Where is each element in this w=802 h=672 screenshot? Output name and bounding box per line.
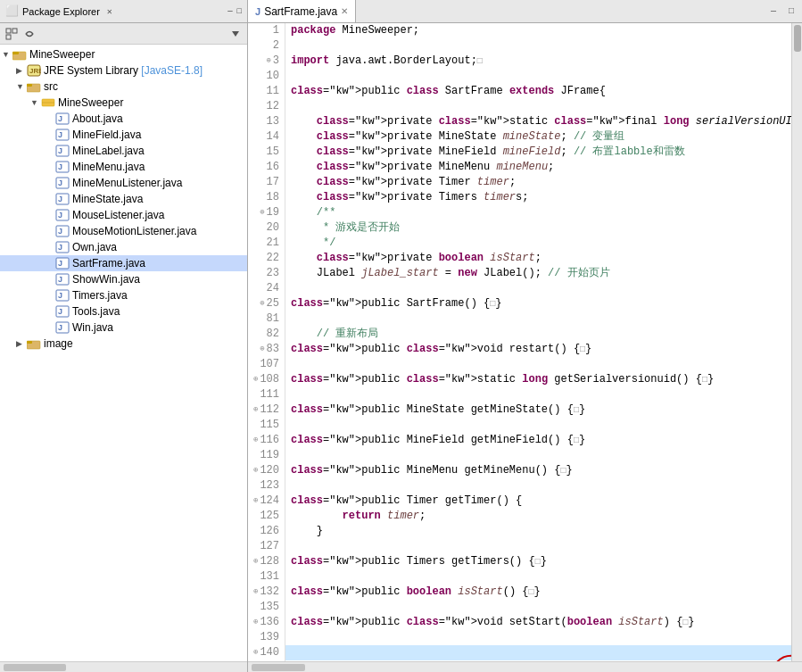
tree-item-minesweeper-pkg[interactable]: ▼MineSweeper [0,95,247,111]
code-text-115 [285,418,291,433]
editor-controls: — □ [766,0,802,22]
tree-arrow-image-folder[interactable]: ▶ [16,339,27,348]
java-icon-about-java: J [55,112,70,126]
fold-button-120[interactable]: ⊕ [253,463,258,478]
line-num-16: 16 [267,160,279,175]
fold-button-3[interactable]: ⊕ [266,54,270,69]
fold-button-140[interactable]: ⊕ [253,645,258,660]
panel-close-icon[interactable]: ✕ [107,6,112,17]
tree-label-jre-library: JRE System Library [JavaSE-1.8] [44,64,203,77]
tree-arrow-timers-java [45,291,55,300]
editor-minimize-button[interactable]: — [766,4,781,19]
code-row-15: 15 class="kw">private MineField mineFiel… [248,145,802,160]
tree-item-minemenu-java[interactable]: JMineMenu.java [0,159,247,175]
fold-button-132[interactable]: ⊕ [253,585,258,600]
fold-button-112[interactable]: ⊕ [253,402,258,418]
fold-button-19[interactable]: ⊕ [260,205,264,220]
tree-label-minemenuli-java: MineMenuListener.java [72,177,182,189]
left-horizontal-scrollbar-thumb[interactable] [4,664,66,671]
line-number-18: 18 [248,190,285,205]
svg-rect-9 [27,84,32,87]
line-number-126: 126 [248,524,285,539]
code-row-116: ⊕116class="kw">public MineField getMineF… [248,433,802,448]
tree-item-own-java[interactable]: JOwn.java [0,239,247,255]
minimize-button[interactable]: — [227,7,232,16]
view-menu-button[interactable] [227,26,244,42]
editor-maximize-button[interactable]: □ [784,4,798,19]
line-num-127: 127 [260,539,279,554]
svg-text:J: J [58,275,62,284]
code-row-115: 115 [248,418,802,433]
tab-close-button[interactable]: ✕ [341,6,348,16]
tree-item-showwin-java[interactable]: JShowWin.java [0,271,247,287]
code-text-81 [285,311,291,327]
editor-scroll-container[interactable]: 1package MineSweeper;2⊕3import java.awt.… [248,23,802,661]
line-num-108: 108 [260,372,279,387]
line-num-116: 116 [260,433,279,448]
editor-tab-sartframe[interactable]: J SartFrame.java ✕ [248,0,356,22]
code-text-83: class="kw">public class="kw">void restar… [285,342,591,357]
tree-item-win-java[interactable]: JWin.java [0,319,247,336]
java-icon-minemenu-java: J [55,160,70,174]
tree-item-mousemotionlistener-java[interactable]: JMouseMotionListener.java [0,223,247,239]
svg-text:JRE: JRE [29,67,41,75]
fold-button-128[interactable]: ⊕ [253,554,258,569]
tab-label: SartFrame.java [264,5,337,18]
code-text-141: new SartFrame(); [285,660,445,661]
line-number-10: 10 [248,69,285,84]
code-row-19: ⊕19 /** [248,205,802,220]
code-text-2 [285,38,291,54]
code-row-83: ⊕83class="kw">public class="kw">void res… [248,342,802,357]
code-row-1: 1package MineSweeper; [248,23,802,38]
scrollbar-thumb[interactable] [794,25,801,52]
tree-item-minemenuli-java[interactable]: JMineMenuListener.java [0,175,247,191]
tree-label-minestate-java: MineState.java [72,193,143,205]
tree-arrow-minesweeper-project[interactable]: ▼ [2,50,12,59]
svg-rect-2 [6,35,11,39]
tree-item-minesweeper-project[interactable]: ▼MineSweeper [0,46,247,62]
tree-item-minefield-java[interactable]: JMineField.java [0,127,247,143]
line-num-115: 115 [260,418,279,433]
tree-item-minelabel-java[interactable]: JMineLabel.java [0,143,247,159]
code-text-111 [285,387,291,402]
java-icon-win-java: J [55,320,70,335]
left-scrollbar[interactable] [0,661,247,672]
code-text-14: class="kw">private MineState mineState; … [285,129,624,145]
java-icon-minefield-java: J [55,128,70,142]
fold-button-108[interactable]: ⊕ [253,372,258,387]
tree-item-timers-java[interactable]: JTimers.java [0,287,247,303]
tree-item-mouselistener-java[interactable]: JMouseListener.java [0,207,247,223]
line-number-120: ⊕120 [248,463,285,478]
tree-label-image-folder: image [44,337,73,350]
code-row-11: 11class="kw">public class SartFrame exte… [248,84,802,99]
collapse-all-button[interactable] [4,26,20,42]
tree-arrow-jre-library[interactable]: ▶ [16,66,27,75]
tree-item-sartframe-java[interactable]: JSartFrame.java [0,255,247,271]
tree-item-jre-library[interactable]: ▶JREJRE System Library [JavaSE-1.8] [0,62,247,79]
tree-arrow-minesweeper-pkg[interactable]: ▼ [30,98,41,107]
editor-horizontal-scrollbar-thumb[interactable] [252,664,305,671]
package-explorer-icon: ⬜ [5,4,19,18]
line-number-20: 20 [248,220,285,236]
code-row-136: ⊕136class="kw">public class="kw">void se… [248,615,802,630]
code-text-123 [285,478,291,494]
tree-arrow-src-folder[interactable]: ▼ [16,82,27,91]
tree-area: ▼MineSweeper▶JREJRE System Library [Java… [0,45,247,661]
tree-arrow-own-java [45,243,55,252]
tree-item-image-folder[interactable]: ▶image [0,336,247,352]
maximize-button[interactable]: □ [237,7,242,16]
fold-button-25[interactable]: ⊕ [260,296,264,311]
fold-button-136[interactable]: ⊕ [253,615,258,630]
link-editor-button[interactable] [21,26,37,42]
tree-label-tools-java: Tools.java [72,305,120,318]
tree-item-src-folder[interactable]: ▼src [0,79,247,95]
fold-button-124[interactable]: ⊕ [253,494,258,509]
right-scrollbar[interactable] [791,23,802,661]
tree-item-about-java[interactable]: JAbout.java [0,111,247,127]
fold-button-83[interactable]: ⊕ [260,342,264,357]
tree-item-tools-java[interactable]: JTools.java [0,303,247,319]
tree-label-minefield-java: MineField.java [72,129,141,141]
code-row-16: 16 class="kw">private MineMenu mineMenu; [248,160,802,175]
fold-button-116[interactable]: ⊕ [253,433,258,448]
tree-item-minestate-java[interactable]: JMineState.java [0,191,247,207]
